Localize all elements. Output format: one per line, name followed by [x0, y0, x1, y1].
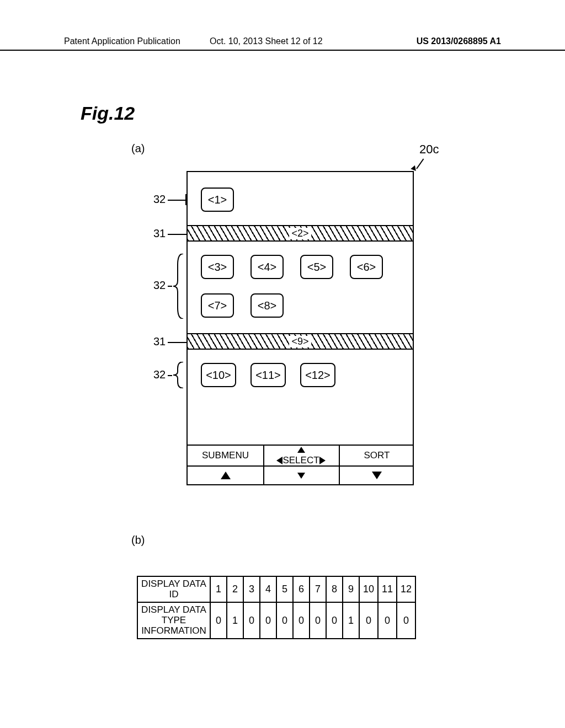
- cell-type: 1: [227, 602, 243, 639]
- cell-id: 9: [343, 576, 359, 602]
- softkey-select-label: SELECT: [282, 455, 319, 466]
- ref-32b: 32: [153, 279, 166, 292]
- softkey-select[interactable]: SELECT: [263, 454, 339, 467]
- tile-11[interactable]: <11>: [250, 363, 286, 387]
- cell-id: 7: [310, 576, 326, 602]
- page-header: Patent Application Publication Oct. 10, …: [0, 34, 565, 51]
- softkey-up-left[interactable]: [188, 465, 263, 485]
- leader-line: [168, 375, 172, 376]
- cell-type: 0: [310, 602, 326, 639]
- cell-id: 6: [293, 576, 310, 602]
- cell-id: 12: [397, 576, 415, 602]
- brace-icon: [173, 254, 184, 319]
- tile-7[interactable]: <7>: [201, 293, 234, 318]
- header-left: Patent Application Publication: [64, 36, 180, 46]
- row1-label: DISPLAY DATA ID: [137, 576, 210, 602]
- table-row: DISPLAY DATA ID 1 2 3 4 5 6 7 8 9 10 11 …: [137, 576, 415, 602]
- band-9-label: <9>: [289, 336, 311, 347]
- cell-id: 11: [378, 576, 397, 602]
- softkey-down-right[interactable]: [339, 465, 415, 485]
- cell-id: 4: [260, 576, 276, 602]
- table-row: DISPLAY DATA TYPE INFORMATION 0 1 0 0 0 …: [137, 602, 415, 639]
- tile-10[interactable]: <10>: [201, 363, 236, 387]
- softkey-submenu[interactable]: SUBMENU: [188, 446, 263, 465]
- cell-type: 0: [260, 602, 276, 639]
- part-a-label: (a): [131, 142, 145, 155]
- tile-4[interactable]: <4>: [250, 255, 284, 279]
- cell-type: 1: [343, 602, 359, 639]
- leader-line: [168, 286, 172, 287]
- leader-tick: [185, 194, 186, 205]
- softkey-nav-up[interactable]: [263, 444, 339, 455]
- triangle-left-icon: [276, 457, 282, 464]
- part-b-label: (b): [131, 534, 145, 547]
- cell-id: 8: [326, 576, 343, 602]
- cell-id: 5: [276, 576, 293, 602]
- tile-5[interactable]: <5>: [300, 255, 333, 279]
- cell-type: 0: [210, 602, 227, 639]
- cell-type: 0: [397, 602, 415, 639]
- tile-12[interactable]: <12>: [300, 363, 335, 387]
- triangle-down-icon: [372, 472, 382, 479]
- header-mid: Oct. 10, 2013 Sheet 12 of 12: [210, 36, 323, 46]
- triangle-up-icon: [297, 447, 305, 453]
- brace-icon: [173, 362, 184, 388]
- tile-3[interactable]: <3>: [201, 255, 234, 279]
- figure-title: Fig.12: [81, 103, 135, 124]
- softkey-row: SUBMENU SELECT SORT: [188, 445, 413, 484]
- cell-type: 0: [326, 602, 343, 639]
- cell-id: 2: [227, 576, 243, 602]
- softkey-nav-down[interactable]: [263, 468, 339, 483]
- tile-8[interactable]: <8>: [250, 293, 284, 318]
- cell-type: 0: [293, 602, 310, 639]
- tile-1[interactable]: <1>: [201, 188, 234, 212]
- device-screen: <1> <2> <3> <4> <5> <6> <7> <8> <9> <10>…: [186, 171, 414, 485]
- cell-type: 0: [243, 602, 260, 639]
- cell-type: 0: [276, 602, 293, 639]
- cell-type: 0: [359, 602, 378, 639]
- triangle-up-icon: [221, 472, 231, 479]
- ref-31a: 31: [153, 227, 166, 240]
- band-9[interactable]: <9>: [188, 333, 413, 350]
- band-2[interactable]: <2>: [188, 225, 413, 242]
- leader-line: [168, 200, 185, 201]
- ref-20c: 20c: [419, 142, 439, 157]
- softkey-sort[interactable]: SORT: [339, 446, 415, 465]
- band-2-label: <2>: [289, 228, 311, 239]
- header-right: US 2013/0268895 A1: [417, 36, 501, 46]
- data-table: DISPLAY DATA ID 1 2 3 4 5 6 7 8 9 10 11 …: [137, 576, 416, 639]
- triangle-right-icon: [319, 457, 326, 464]
- ref-32c: 32: [153, 368, 166, 381]
- row2-label: DISPLAY DATA TYPE INFORMATION: [137, 602, 210, 639]
- ref-32a: 32: [153, 193, 166, 206]
- cell-id: 10: [359, 576, 378, 602]
- leader-line: [168, 234, 186, 235]
- ref-31b: 31: [153, 335, 166, 348]
- cell-id: 3: [243, 576, 260, 602]
- tile-6[interactable]: <6>: [350, 255, 383, 279]
- leader-line: [168, 342, 186, 343]
- cell-type: 0: [378, 602, 397, 639]
- triangle-down-icon: [297, 473, 305, 479]
- cell-id: 1: [210, 576, 227, 602]
